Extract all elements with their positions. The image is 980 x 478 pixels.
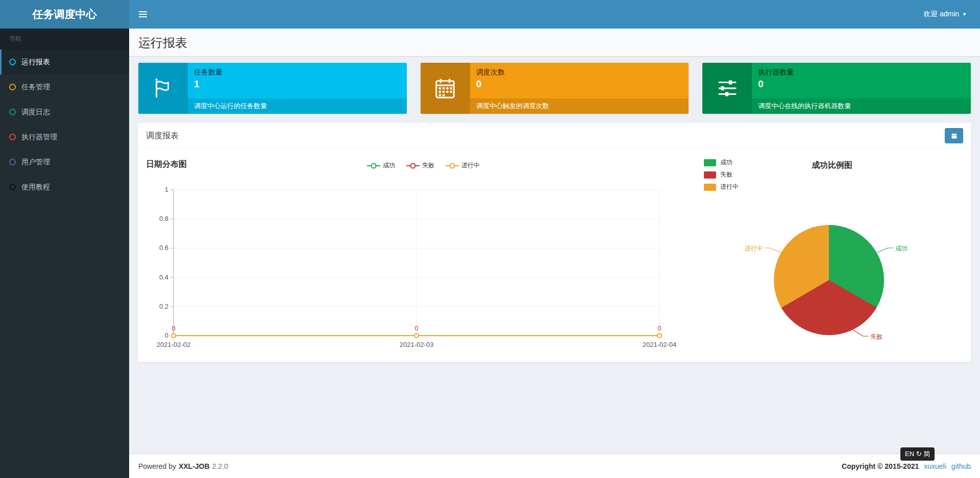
line-marker-icon [367,163,380,169]
sidebar-item-run-report[interactable]: 运行报表 [0,49,129,74]
sidebar-item-schedule-log[interactable]: 调度日志 [0,99,129,124]
info-box-content: 调度次数 0 调度中心触发的调度次数 [470,63,689,114]
legend-item-running[interactable]: 进行中 [446,161,480,170]
pie-chart-area: 成功 失败 进行中 [701,201,963,354]
info-box-content: 任务数量 1 调度中心运行的任务数量 [188,63,407,114]
info-box-row: 任务数量 1 调度中心运行的任务数量 [138,63,971,114]
svg-text:0: 0 [414,324,418,332]
circle-outline-icon [9,184,16,190]
circle-outline-icon [9,109,16,115]
copyright-area: Copyright © 2015-2021 xuxueli github [842,462,971,470]
info-box-title: 任务数量 [194,68,401,77]
flag-icon [138,63,188,114]
sidebar: 导航 运行报表 任务管理 调度日志 执行器管理 用户管理 使用教程 [0,29,129,478]
copyright-text: Copyright © 2015-2021 [842,462,919,470]
pie-chart-title: 成功比例图 [701,160,963,171]
svg-text:2021-02-03: 2021-02-03 [400,341,434,348]
info-box-desc: 调度中心在线的执行器机器数量 [752,98,971,114]
sidebar-item-executor-management[interactable]: 执行器管理 [0,124,129,149]
line-marker-icon [446,163,459,169]
info-box-title: 执行器数量 [758,68,965,77]
sidebar-item-tutorial[interactable]: 使用教程 [0,174,129,199]
sidebar-item-task-management[interactable]: 任务管理 [0,74,129,99]
swatch-icon [704,171,716,179]
circle-outline-icon [9,84,16,90]
svg-text:2021-02-04: 2021-02-04 [643,341,677,348]
svg-text:0.4: 0.4 [159,273,168,281]
top-header: 任务调度中心 欢迎 admin ▼ [0,0,980,29]
user-menu[interactable]: 欢迎 admin ▼ [920,0,970,29]
info-box-value: 1 [194,79,401,90]
welcome-text: 欢迎 admin [923,10,959,19]
info-box-desc: 调度中心触发的调度次数 [470,98,689,114]
date-distribution-chart: 日期分布图 成功 失败 进 [146,156,701,354]
legend-item-running[interactable]: 进行中 [704,183,739,191]
panel-body: 日期分布图 成功 失败 进 [138,149,971,362]
legend-item-success[interactable]: 成功 [367,161,395,170]
circle-outline-icon [9,59,16,65]
pie-label-fail: 失败 [870,333,883,341]
page-title: 运行报表 [138,35,971,51]
circle-outline-icon [9,134,16,140]
svg-text:0: 0 [165,332,168,339]
panel-title: 调度报表 [146,131,179,141]
svg-text:0: 0 [172,324,175,332]
sidebar-nav-label: 导航 [0,29,129,49]
legend-item-fail[interactable]: 失败 [406,161,434,170]
info-box-content: 执行器数量 0 调度中心在线的执行器机器数量 [752,63,971,114]
navbar: 欢迎 admin ▼ [129,0,980,29]
content-header: 运行报表 [129,29,980,57]
info-box-desc: 调度中心运行的任务数量 [188,98,407,114]
success-ratio-pie[interactable] [774,225,884,335]
sidebar-item-user-management[interactable]: 用户管理 [0,149,129,174]
app-logo[interactable]: 任务调度中心 [0,0,129,29]
hamburger-icon [139,11,147,17]
svg-text:2021-02-02: 2021-02-02 [157,341,191,348]
success-ratio-chart: 成功 失败 进行中 成功比例图 [701,156,963,354]
calendar-icon [950,132,958,140]
calendar-icon [421,63,470,114]
line-chart-title: 日期分布图 [146,159,187,170]
info-box-value: 0 [476,79,683,90]
legend-item-fail[interactable]: 失败 [704,170,739,179]
content: 任务数量 1 调度中心运行的任务数量 [129,57,980,362]
powered-by: Powered by XXL-JOB 2.2.0 [138,462,228,470]
content-wrapper: 运行报表 任务数量 1 调度中心运行的任务数量 [129,29,980,453]
line-marker-icon [406,163,420,169]
version-text: 2.2.0 [212,462,228,470]
ime-indicator-badge[interactable]: EN ↻ 简 [900,447,935,461]
panel-header: 调度报表 [138,123,971,149]
date-range-button[interactable] [945,128,963,143]
pie-chart-header: 成功 失败 进行中 成功比例图 [701,156,963,201]
github-link[interactable]: github [951,462,971,470]
info-box-executor-count: 执行器数量 0 调度中心在线的执行器机器数量 [702,63,971,114]
sidebar-item-label: 使用教程 [21,183,50,192]
sidebar-item-label: 调度日志 [21,108,50,117]
sidebar-item-label: 任务管理 [21,83,50,92]
info-box-trigger-count: 调度次数 0 调度中心触发的调度次数 [421,63,689,114]
sliders-icon [702,63,752,114]
pie-label-running: 进行中 [745,244,763,253]
svg-text:0.8: 0.8 [159,215,168,222]
page-footer: Powered by XXL-JOB 2.2.0 Copyright © 201… [129,454,980,478]
sidebar-item-label: 用户管理 [21,158,50,167]
line-chart-legend: 成功 失败 进行中 [146,156,701,170]
brand-name: XXL-JOB [179,462,210,470]
swatch-icon [704,184,716,191]
info-box-value: 0 [758,79,965,90]
caret-down-icon: ▼ [962,12,967,17]
sidebar-toggle-button[interactable] [129,0,157,29]
svg-text:0: 0 [657,324,661,332]
info-box-task-count: 任务数量 1 调度中心运行的任务数量 [138,63,407,114]
line-chart-header: 日期分布图 成功 失败 进 [146,156,701,183]
dispatch-report-panel: 调度报表 日期分布图 [138,123,971,362]
xuxueli-link[interactable]: xuxueli [924,462,946,470]
date-distribution-plot: 00.20.40.60.812021-02-022021-02-032021-0… [146,183,677,351]
svg-text:0.6: 0.6 [159,244,168,251]
svg-text:0.2: 0.2 [159,303,168,310]
sidebar-item-label: 执行器管理 [21,133,57,142]
info-box-title: 调度次数 [476,68,683,77]
circle-outline-icon [9,159,16,165]
sidebar-item-label: 运行报表 [21,58,50,67]
svg-text:1: 1 [165,186,168,193]
